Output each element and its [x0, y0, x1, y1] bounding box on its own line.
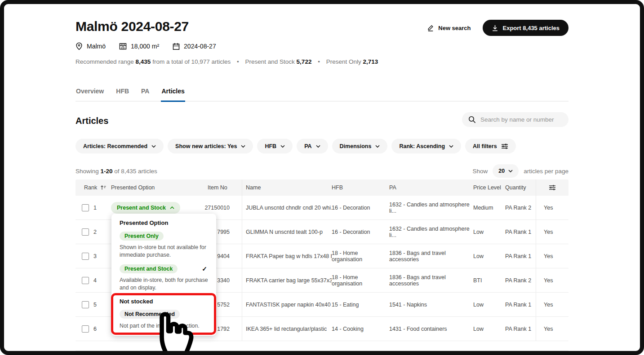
- per-page-suffix: articles per page: [524, 168, 568, 175]
- row-checkbox[interactable]: [82, 228, 89, 236]
- filter-chips: Articles: Recommended Show new articles:…: [76, 139, 461, 153]
- filter-chip[interactable]: Show new articles: Yes: [168, 139, 253, 153]
- chevron-up-icon: [170, 206, 174, 209]
- row-checkbox[interactable]: [82, 301, 89, 308]
- cell-name: IKEA 365+ lid rectangular/plastic: [242, 317, 332, 341]
- filter-chip[interactable]: PA: [297, 139, 328, 153]
- dropdown-option[interactable]: Present Only Shown in-store but not avai…: [120, 232, 211, 259]
- article-search[interactable]: [462, 112, 568, 127]
- table-header-row: Rank Presented Option Item No Name HFB P…: [76, 180, 568, 196]
- summary-present-stock-count: 5,722: [297, 58, 312, 65]
- cell-rank: 6: [76, 325, 111, 333]
- header-column-settings[interactable]: [536, 180, 568, 196]
- meta-area: 18,000 m²: [119, 43, 159, 50]
- row-checkbox[interactable]: [82, 325, 89, 333]
- rank-value: 3: [93, 253, 97, 259]
- per-page-value: 20: [498, 168, 505, 174]
- cell-price-level: Low: [473, 229, 505, 235]
- partial-next-row: [76, 341, 568, 351]
- sliders-icon: [549, 184, 556, 191]
- dropdown-option-pill[interactable]: Present and Stock: [120, 264, 178, 273]
- rank-value: 4: [93, 277, 97, 284]
- tab[interactable]: HFB: [115, 88, 129, 102]
- row-checkbox[interactable]: [82, 277, 89, 284]
- article-name: FRAKTA Paper bag w hdls 17x48 b...: [246, 253, 332, 259]
- dropdown-option[interactable]: Present and Stock ✓ Available in-store, …: [120, 264, 211, 292]
- export-label: Export 8,435 articles: [503, 25, 560, 31]
- per-page-show-label: Show: [473, 168, 488, 175]
- cell-recommended: Yes: [536, 268, 568, 292]
- cell-pa: 1836 - Bags and travel accessories: [389, 250, 473, 263]
- dropdown-title: Presented Option: [120, 219, 211, 226]
- sliders-icon: [501, 143, 508, 149]
- tab[interactable]: Articles: [161, 88, 185, 102]
- presented-option-pill[interactable]: Present and Stock: [111, 202, 180, 214]
- search-input[interactable]: [480, 116, 561, 123]
- chevron-down-icon: [375, 145, 380, 148]
- cell-hfb: 18 - Home organisation: [332, 250, 389, 263]
- cell-hfb: 18 - Home organisation: [332, 274, 389, 287]
- cell-price-level: BTI: [473, 277, 505, 284]
- checkmark-icon: ✓: [202, 265, 207, 272]
- filter-chip[interactable]: Rank: Ascending: [391, 139, 461, 153]
- cell-recommended: Yes: [536, 220, 568, 244]
- showing-count: Showing 1-20 of 8,435 articles: [76, 168, 157, 175]
- store-meta-row: Malmö 18,000 m² 2024-08-27: [76, 42, 216, 50]
- store-icon: [119, 43, 127, 50]
- cell-recommended: Yes: [536, 196, 568, 219]
- cell-name: FANTASTISK paper napkin 40x40 ...: [242, 293, 332, 316]
- filter-chip[interactable]: Dimensions: [332, 139, 388, 153]
- per-page-select[interactable]: 20: [493, 164, 519, 178]
- cell-price-level: Low: [473, 253, 505, 259]
- cell-price-level: Low: [473, 302, 505, 308]
- not-recommended-pill[interactable]: Not Recommended: [120, 310, 180, 319]
- cell-hfb: 16 - Decoration: [332, 229, 389, 235]
- tab[interactable]: PA: [141, 88, 150, 102]
- cell-quantity: PA Rank 1: [505, 253, 536, 259]
- calendar-icon: [173, 43, 180, 50]
- cell-recommended: Yes: [536, 244, 568, 268]
- cell-pa: 1836 - Bags and travel accessories: [389, 274, 473, 287]
- chevron-down-icon: [508, 170, 513, 172]
- meta-location: Malmö: [76, 42, 106, 50]
- filter-chip[interactable]: HFB: [257, 139, 293, 153]
- row-checkbox[interactable]: [82, 204, 89, 211]
- new-search-button[interactable]: New search: [427, 24, 471, 31]
- cell-hfb: 15 - Eating: [332, 302, 389, 308]
- cell-presented-option: Present and Stock: [111, 202, 204, 214]
- rank-value: 2: [93, 229, 97, 235]
- dropdown-options: Present Only Shown in-store but not avai…: [120, 232, 211, 292]
- chevron-down-icon: [151, 145, 156, 148]
- filter-chip-label: Show new articles: Yes: [175, 143, 237, 149]
- showing-prefix: Showing: [76, 168, 99, 175]
- chevron-down-icon: [280, 145, 285, 148]
- header-rank: Rank: [76, 184, 111, 191]
- all-filters-chip[interactable]: All filters: [465, 139, 516, 153]
- page-title: Malmö 2024-08-27: [76, 19, 189, 34]
- sort-ascending-icon[interactable]: [100, 185, 107, 190]
- header-name: Name: [242, 180, 332, 196]
- row-checkbox[interactable]: [82, 253, 89, 260]
- cell-quantity: PA Rank 2: [505, 277, 536, 284]
- header-hfb: HFB: [332, 184, 389, 191]
- cell-rank: 2: [76, 228, 111, 236]
- header-quantity: Quantity: [505, 184, 536, 191]
- presented-option-label: Present and Stock: [117, 205, 166, 211]
- meta-area-value: 18,000 m²: [131, 43, 159, 50]
- bullet-separator: •: [318, 58, 320, 65]
- summary-present-only-label: Present Only: [326, 58, 361, 65]
- export-button[interactable]: Export 8,435 articles: [483, 20, 568, 36]
- summary-recommended-count: 8,435: [136, 58, 151, 65]
- chevron-down-icon: [316, 145, 320, 148]
- presented-option-dropdown: Presented Option Present Only Shown in-s…: [111, 214, 216, 336]
- filter-chip[interactable]: Articles: Recommended: [76, 139, 164, 153]
- tab-label: Articles: [161, 88, 184, 95]
- header-actions: New search Export 8,435 articles: [427, 20, 568, 36]
- cell-name: JUBLA unscntd chndlr cndl 20 whi...: [242, 196, 332, 219]
- location-pin-icon: [76, 42, 83, 50]
- meta-location-value: Malmö: [87, 43, 106, 50]
- tab[interactable]: Overview: [76, 88, 104, 102]
- filter-chip-label: PA: [304, 143, 311, 149]
- dropdown-option-pill[interactable]: Present Only: [120, 232, 164, 241]
- article-name: FANTASTISK paper napkin 40x40 ...: [246, 302, 332, 308]
